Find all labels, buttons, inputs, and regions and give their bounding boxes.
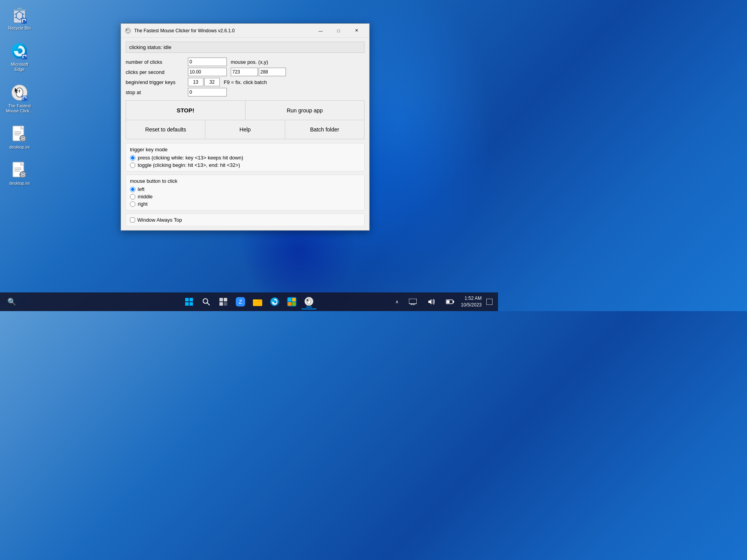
- mouse-pos-label: mouse pos. (x,y): [231, 59, 268, 65]
- taskbar-battery-icon[interactable]: [442, 294, 458, 310]
- svg-rect-56: [292, 302, 296, 306]
- stop-at-row: stop at: [126, 88, 365, 96]
- svg-rect-14: [14, 135, 20, 135]
- status-value: idle: [163, 44, 171, 50]
- date: 10/5/2023: [461, 302, 482, 308]
- desktop-icon-ini-1[interactable]: desktop.ini: [4, 123, 35, 151]
- mouse-middle-radio[interactable]: [130, 194, 135, 200]
- taskbar-store[interactable]: [284, 294, 300, 310]
- mouse-left-option: left: [130, 186, 360, 192]
- app-content: clicking status: idle number of clicks m…: [121, 38, 369, 230]
- trigger-toggle-label: toggle (clicking begin: hit <13>, end: h…: [138, 162, 240, 168]
- edge-label: Microsoft Edge: [5, 62, 33, 72]
- num-clicks-input[interactable]: [188, 58, 227, 66]
- svg-rect-24: [14, 169, 21, 170]
- taskbar-mouse-clicker[interactable]: [301, 294, 317, 310]
- num-clicks-row: number of clicks mouse pos. (x,y): [126, 58, 365, 66]
- trigger-key2-input[interactable]: [204, 78, 220, 86]
- close-button[interactable]: ✕: [347, 24, 365, 37]
- app-icon: [125, 28, 131, 34]
- stop-at-input[interactable]: [188, 88, 227, 96]
- svg-rect-23: [14, 168, 21, 168]
- trigger-press-radio[interactable]: [130, 155, 135, 161]
- taskbar-left: 🔍: [4, 294, 19, 310]
- minimize-button[interactable]: —: [312, 24, 330, 37]
- svg-rect-13: [14, 133, 21, 134]
- svg-point-40: [203, 299, 208, 303]
- svg-rect-25: [14, 171, 20, 172]
- trigger-keys-label: begin/end trigger keys: [126, 79, 188, 85]
- edge-icon: [10, 42, 29, 60]
- fix-click-label: F9 = fix. click batch: [224, 79, 267, 85]
- maximize-button[interactable]: □: [330, 24, 347, 37]
- help-button[interactable]: Help: [205, 120, 285, 139]
- stop-button[interactable]: STOP!: [126, 101, 245, 120]
- status-label: clicking status:: [129, 44, 162, 50]
- mouse-right-radio[interactable]: [130, 201, 135, 207]
- svg-rect-18: [22, 135, 24, 136]
- status-bar: clicking status: idle: [126, 42, 365, 53]
- btn-row-bottom: Reset to defaults Help Batch folder: [126, 120, 364, 139]
- trigger-key-mode-title: trigger key mode: [130, 147, 360, 152]
- mouse-y-input[interactable]: [259, 68, 286, 76]
- taskbar-explorer[interactable]: [250, 294, 265, 310]
- window-controls: — □ ✕: [312, 24, 365, 37]
- mouse-clicker-icon: [10, 83, 29, 102]
- taskbar-edge[interactable]: [267, 294, 282, 310]
- trigger-key-mode-section: trigger key mode press (clicking while: …: [126, 143, 365, 172]
- mouse-left-radio[interactable]: [130, 187, 135, 192]
- taskbar-display-icon[interactable]: [405, 294, 421, 310]
- desktop-icon-recycle-bin[interactable]: Recycle Bin: [4, 4, 35, 32]
- svg-rect-54: [292, 298, 296, 301]
- taskbar-right: ∧ 1:52 AM: [393, 294, 494, 310]
- always-top-label: Window Always Top: [137, 217, 182, 223]
- svg-rect-45: [224, 302, 227, 306]
- taskbar-search-button[interactable]: [198, 294, 214, 310]
- file-icon-2: [10, 161, 29, 179]
- svg-rect-19: [22, 140, 24, 142]
- desktop-icon-ini-2[interactable]: desktop.ini: [4, 159, 35, 187]
- svg-rect-20: [19, 138, 21, 139]
- desktop-icon-mouse-clicker[interactable]: The Fastest Mouse Click...: [4, 82, 35, 115]
- btn-row-top: STOP! Run group app: [126, 101, 364, 120]
- mouse-middle-label: middle: [138, 194, 153, 200]
- taskbar-center: Z: [181, 294, 317, 310]
- svg-rect-12: [14, 131, 21, 132]
- taskbar-search-small[interactable]: 🔍: [4, 294, 19, 310]
- trigger-toggle-option: toggle (clicking begin: hit <13>, end: h…: [130, 162, 360, 168]
- svg-rect-42: [219, 298, 223, 301]
- svg-rect-50: [253, 301, 262, 301]
- clicks-per-sec-label: clicks per second: [126, 69, 188, 75]
- svg-rect-39: [189, 302, 193, 306]
- taskbar-chevron[interactable]: ∧: [393, 294, 402, 310]
- svg-rect-65: [453, 301, 454, 303]
- recycle-bin-icon: [10, 5, 29, 24]
- mouse-middle-option: middle: [130, 194, 360, 200]
- taskbar-zoom[interactable]: Z: [233, 294, 248, 310]
- system-tray-time[interactable]: 1:52 AM 10/5/2023: [461, 295, 482, 308]
- batch-folder-button[interactable]: Batch folder: [285, 120, 364, 139]
- stop-at-label: stop at: [126, 89, 188, 95]
- svg-rect-2: [17, 7, 22, 9]
- svg-rect-55: [288, 302, 291, 306]
- taskbar-notification[interactable]: [485, 297, 494, 306]
- fields-section: number of clicks mouse pos. (x,y) clicks…: [126, 58, 365, 96]
- clicks-per-sec-input[interactable]: [188, 68, 227, 76]
- mouse-x-input[interactable]: [231, 68, 258, 76]
- trigger-key1-input[interactable]: [188, 78, 203, 86]
- svg-rect-43: [224, 298, 227, 301]
- always-top-checkbox[interactable]: [130, 217, 135, 222]
- svg-rect-21: [25, 138, 26, 139]
- taskbar-start-button[interactable]: [181, 294, 197, 310]
- mouse-button-section: mouse button to click left middle right: [126, 175, 365, 210]
- svg-point-17: [22, 138, 24, 139]
- taskbar-volume-icon[interactable]: [424, 294, 439, 310]
- svg-rect-37: [189, 298, 193, 301]
- always-top-row: Window Always Top: [126, 214, 365, 226]
- mouse-left-label: left: [138, 186, 144, 192]
- trigger-toggle-radio[interactable]: [130, 163, 135, 168]
- reset-button[interactable]: Reset to defaults: [126, 120, 205, 139]
- run-group-button[interactable]: Run group app: [245, 101, 365, 120]
- taskbar-task-view[interactable]: [216, 294, 231, 310]
- desktop-icon-edge[interactable]: Microsoft Edge: [4, 40, 35, 74]
